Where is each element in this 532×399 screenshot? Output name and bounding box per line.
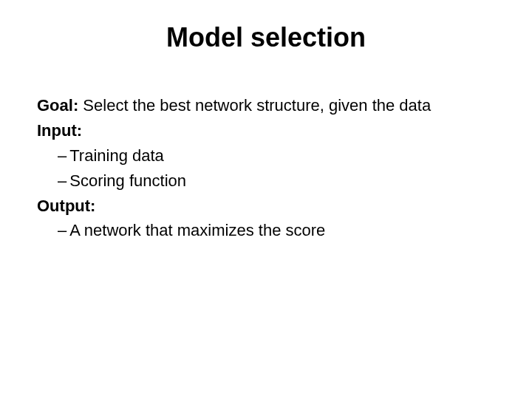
input-item-text: Training data bbox=[69, 146, 164, 165]
input-item-2: –Scoring function bbox=[37, 169, 495, 193]
input-label: Input: bbox=[37, 121, 82, 140]
input-item-1: –Training data bbox=[37, 144, 495, 168]
content-body: Goal: Select the best network structure,… bbox=[0, 94, 532, 242]
goal-label: Goal: bbox=[37, 96, 78, 115]
dash-icon: – bbox=[58, 219, 66, 242]
output-label: Output: bbox=[37, 197, 95, 215]
goal-line: Goal: Select the best network structure,… bbox=[37, 94, 495, 117]
input-label-line: Input: bbox=[37, 119, 495, 143]
output-item-text: A network that maximizes the score bbox=[69, 221, 325, 239]
slide-title: Model selection bbox=[0, 0, 532, 94]
input-item-text: Scoring function bbox=[69, 171, 186, 190]
output-item-1: –A network that maximizes the score bbox=[37, 219, 495, 242]
goal-text: Select the best network structure, given… bbox=[78, 96, 431, 115]
output-label-line: Output: bbox=[37, 194, 495, 218]
dash-icon: – bbox=[58, 144, 66, 168]
dash-icon: – bbox=[58, 169, 66, 193]
